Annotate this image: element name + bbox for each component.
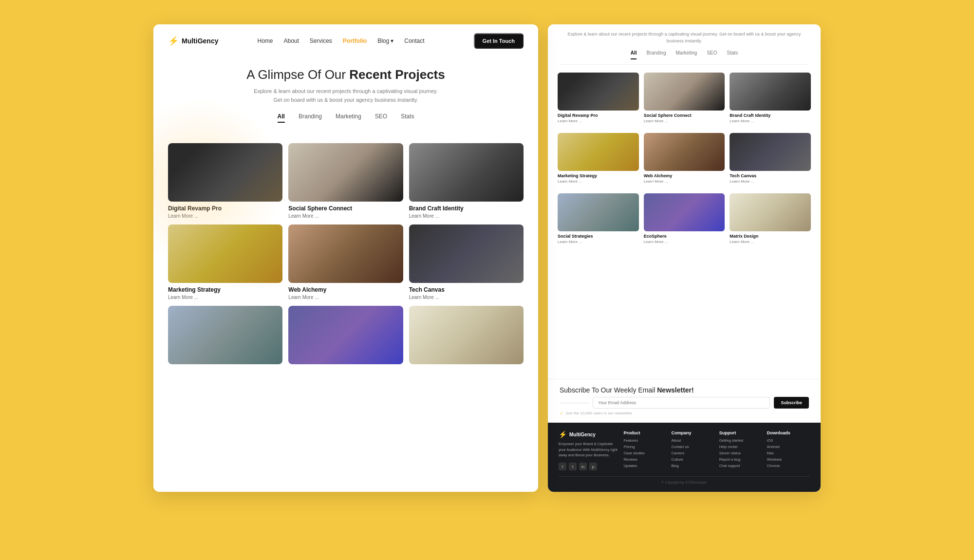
portfolio-title-6: Tech Canvas [409, 286, 524, 293]
subscribe-section: Subscribe To Our Weekly Email Newsletter… [548, 379, 821, 423]
learn-more-4[interactable]: Learn More ... [168, 295, 282, 300]
footer-link-about[interactable]: About [672, 438, 714, 443]
footer-link-server-status[interactable]: Server status [719, 451, 762, 455]
footer-link-contact-us[interactable]: Contact us [672, 445, 714, 449]
nav-blog[interactable]: Blog ▾ [377, 37, 393, 44]
filter-tab-all[interactable]: All [278, 113, 285, 123]
rp-tab-stats[interactable]: Stats [727, 50, 738, 59]
social-twitter[interactable]: t [569, 463, 577, 470]
footer-link-mac[interactable]: Mac [767, 451, 810, 455]
footer-link-culture[interactable]: Culture [672, 457, 714, 462]
rp-tab-marketing[interactable]: Marketing [675, 50, 697, 59]
rp-learn-more-1[interactable]: Learn More ... [558, 119, 639, 123]
rp-title-9: Matrix Design [730, 234, 811, 239]
social-pinterest[interactable]: p [589, 463, 597, 470]
rp-img-2[interactable] [644, 73, 725, 111]
footer-bottom: © Copyright by XYZDeveloper [559, 476, 810, 484]
rp-tab-branding[interactable]: Branding [646, 50, 666, 59]
portfolio-img-9[interactable] [409, 306, 524, 364]
footer-link-updates[interactable]: Updates [623, 464, 666, 468]
portfolio-title-1: Digital Revamp Pro [168, 205, 282, 212]
footer-link-chat-support[interactable]: Chat support [719, 464, 762, 468]
nav-portfolio[interactable]: Portfolio [343, 37, 367, 44]
nav-logo[interactable]: ⚡ MultiGency [168, 36, 218, 46]
portfolio-item-6: Tech Canvas Learn More ... [409, 224, 524, 300]
footer-link-report-bug[interactable]: Report a bug [719, 457, 762, 462]
portfolio-img-8[interactable] [288, 306, 403, 364]
rp-title-5: Web Alchemy [644, 173, 725, 178]
section-subtitle: Explore & learn about our recent project… [253, 87, 438, 104]
footer-link-chrome[interactable]: Chrome [767, 464, 810, 468]
rp-img-8[interactable] [644, 193, 725, 231]
rp-learn-more-8[interactable]: Learn More ... [644, 240, 725, 244]
rp-learn-more-2[interactable]: Learn More ... [644, 119, 725, 123]
rp-img-7[interactable] [558, 193, 639, 231]
rp-learn-more-5[interactable]: Learn More ... [644, 179, 725, 184]
rp-img-4[interactable] [558, 133, 639, 171]
learn-more-5[interactable]: Learn More ... [288, 295, 403, 300]
learn-more-2[interactable]: Learn More ... [288, 213, 403, 219]
rp-learn-more-4[interactable]: Learn More ... [558, 179, 639, 184]
portfolio-img-4[interactable] [168, 224, 282, 283]
blog-dropdown-icon: ▾ [391, 37, 393, 44]
rp-learn-more-9[interactable]: Learn More ... [730, 240, 811, 244]
learn-more-3[interactable]: Learn More ... [409, 213, 524, 219]
rp-learn-more-6[interactable]: Learn More ... [730, 179, 811, 184]
footer-link-pricing[interactable]: Pricing [623, 445, 666, 449]
get-in-touch-button[interactable]: Get In Touch [474, 33, 524, 49]
footer-link-windows[interactable]: Windows [767, 457, 810, 462]
footer-link-getting-started[interactable]: Getting started [719, 438, 762, 443]
footer-col-support-title: Support [719, 430, 762, 435]
footer-link-ios[interactable]: iOS [767, 438, 810, 443]
social-linkedin[interactable]: in [579, 463, 587, 470]
footer-social: f t in p [559, 463, 618, 470]
rp-img-5[interactable] [644, 133, 725, 171]
rp-title-2: Social Sphere Connect [644, 113, 725, 118]
nav-contact[interactable]: Contact [404, 37, 424, 44]
nav-about[interactable]: About [283, 37, 299, 44]
footer-link-case-studies[interactable]: Case studies [623, 451, 666, 455]
portfolio-img-5[interactable] [288, 224, 403, 283]
footer-desc: Empower your Brand & Captivate your Audi… [559, 441, 618, 458]
rp-img-1[interactable] [558, 73, 639, 111]
filter-tab-branding[interactable]: Branding [299, 113, 322, 123]
footer-link-features[interactable]: Features [623, 438, 666, 443]
rp-tab-seo[interactable]: SEO [707, 50, 717, 59]
rp-grid-row-1: Digital Revamp Pro Learn More ... Social… [558, 73, 811, 123]
portfolio-item-7 [168, 306, 282, 368]
footer-link-reviews[interactable]: Reviews [623, 457, 666, 462]
rp-tab-all[interactable]: All [631, 50, 637, 59]
portfolio-img-6[interactable] [409, 224, 524, 283]
portfolio-img-7[interactable] [168, 306, 282, 364]
rp-img-9[interactable] [730, 193, 811, 231]
rp-learn-more-7[interactable]: Learn More ... [558, 240, 639, 244]
rp-item-9: Matrix Design Learn More ... [730, 193, 811, 244]
rp-learn-more-3[interactable]: Learn More ... [730, 119, 811, 123]
page-wrapper: ⚡ MultiGency Home About Services Portfol… [24, 24, 950, 536]
footer-link-careers[interactable]: Careers [672, 451, 714, 455]
rp-img-3[interactable] [730, 73, 811, 111]
footer-link-blog[interactable]: Blog [672, 464, 714, 468]
learn-more-6[interactable]: Learn More ... [409, 295, 524, 300]
email-input[interactable] [593, 397, 770, 409]
subscribe-button[interactable]: Subscribe [774, 397, 809, 409]
nav-services[interactable]: Services [310, 37, 332, 44]
rp-item-6: Tech Canvas Learn More ... [730, 133, 811, 184]
filter-tab-seo[interactable]: SEO [375, 113, 387, 123]
filter-tab-stats[interactable]: Stats [401, 113, 414, 123]
filter-tab-marketing[interactable]: Marketing [336, 113, 361, 123]
portfolio-img-3[interactable] [409, 143, 524, 202]
footer-col-downloads: Downloads iOS Android Mac Windows Chrome [767, 430, 810, 470]
portfolio-img-1[interactable] [168, 143, 282, 202]
learn-more-1[interactable]: Learn More ... [168, 213, 282, 219]
nav-links: Home About Services Portfolio Blog ▾ Con… [257, 37, 424, 44]
social-facebook[interactable]: f [559, 463, 566, 470]
rp-item-8: EcoSphere Learn More ... [644, 193, 725, 244]
subscribe-note: ✓ Join the 10,000 users in our newslette… [560, 411, 809, 416]
rp-grid-row-3: Social Strategies Learn More ... EcoSphe… [558, 193, 811, 244]
rp-img-6[interactable] [730, 133, 811, 171]
footer-link-help-center[interactable]: Help center [719, 445, 762, 449]
portfolio-img-2[interactable] [288, 143, 403, 202]
nav-home[interactable]: Home [257, 37, 273, 44]
footer-link-android[interactable]: Android [767, 445, 810, 449]
